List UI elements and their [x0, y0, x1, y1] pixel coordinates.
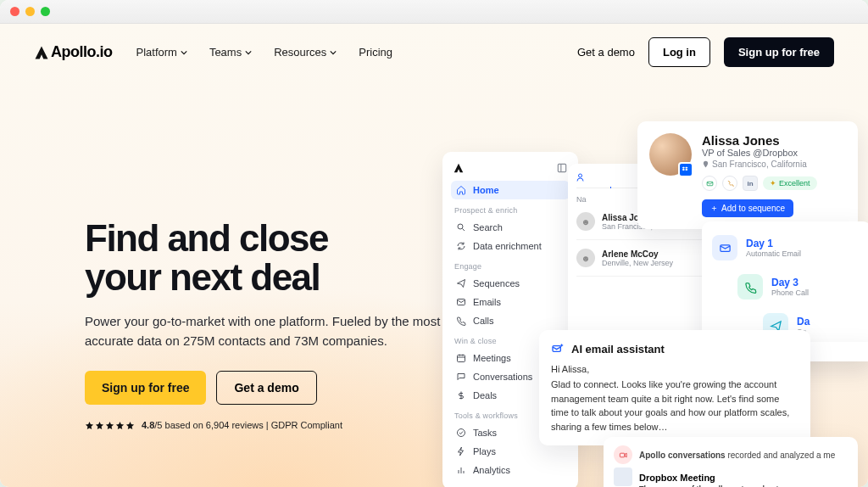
- seq-day-label: Day 3: [771, 277, 809, 288]
- top-nav: Apollo.io Platform Teams Resources Prici…: [0, 24, 868, 67]
- chevron-down-icon: [330, 49, 337, 56]
- nav-get-demo[interactable]: Get a demo: [577, 46, 635, 59]
- hero-subtext: Power your go-to-market with one platfor…: [85, 312, 441, 350]
- seq-day-label: Da: [797, 316, 810, 327]
- chat-icon: [456, 372, 466, 382]
- hero-demo-button[interactable]: Get a demo: [216, 371, 316, 405]
- hero-headline: Find and close your next deal: [85, 219, 441, 297]
- nav-teams[interactable]: Teams: [209, 46, 252, 59]
- svg-point-2: [458, 224, 463, 229]
- search-icon: [456, 222, 466, 232]
- ai-body-text: Glad to connect. Looks like you're growi…: [551, 378, 798, 434]
- hero-h1-line2: your next deal: [85, 256, 320, 298]
- calendar-icon: [456, 353, 466, 363]
- people-icon[interactable]: [576, 172, 587, 182]
- ai-salutation: Hi Alissa,: [551, 364, 798, 374]
- seq-type-label: Phone Call: [771, 288, 809, 297]
- conversations-card: Apollo conversations recorded and analyz…: [604, 437, 858, 487]
- avatar: ☻: [576, 212, 595, 231]
- sidebar-item-calls[interactable]: Calls: [451, 311, 570, 330]
- sidebar-group-prospect: Prospect & enrich: [454, 206, 570, 215]
- brand-logo[interactable]: Apollo.io: [34, 43, 112, 61]
- sidebar-header: [451, 162, 570, 181]
- sidebar-plays-label: Plays: [473, 446, 496, 456]
- profile-avatar: [649, 133, 692, 176]
- maximize-window-dot[interactable]: [41, 7, 50, 16]
- contact-row[interactable]: ☻ Arlene McCoyDenville, New Jersey: [576, 240, 712, 277]
- sequence-step[interactable]: Day 1Automatic Email: [702, 228, 868, 267]
- sidebar-calls-label: Calls: [473, 316, 493, 326]
- svg-rect-0: [558, 164, 565, 171]
- login-button[interactable]: Log in: [648, 37, 710, 67]
- hero-ctas: Sign up for free Get a demo: [85, 371, 441, 405]
- close-window-dot[interactable]: [10, 7, 19, 16]
- sidebar-meetings-label: Meetings: [473, 353, 511, 363]
- sidebar-item-enrichment[interactable]: Data enrichment: [451, 237, 570, 255]
- bolt-icon: [456, 446, 466, 456]
- sidebar-item-home[interactable]: Home: [451, 181, 570, 199]
- sidebar-item-analytics[interactable]: Analytics: [451, 461, 570, 479]
- svg-point-14: [579, 174, 582, 177]
- collapse-icon[interactable]: [556, 162, 568, 174]
- star-rating: [85, 421, 135, 430]
- phone-icon: [456, 316, 466, 326]
- email-verify-icon[interactable]: [702, 176, 717, 191]
- home-icon: [456, 185, 466, 195]
- sidebar-tasks-label: Tasks: [473, 428, 497, 438]
- linkedin-icon[interactable]: in: [743, 176, 758, 191]
- hero-signup-button[interactable]: Sign up for free: [85, 371, 206, 405]
- macos-titlebar: [0, 0, 868, 24]
- sequence-step[interactable]: Day 3Phone Call: [727, 267, 868, 306]
- sparkle-mail-icon: [551, 342, 565, 355]
- profile-action-icons: in ✦Excellent: [702, 176, 817, 191]
- ai-title: AI email assistant: [571, 343, 665, 355]
- nav-teams-label: Teams: [209, 46, 242, 59]
- sidebar-item-sequences[interactable]: Sequences: [451, 274, 570, 293]
- svg-line-3: [463, 229, 465, 232]
- ai-card-header: AI email assistant: [551, 342, 798, 355]
- hero: Find and close your next deal Power your…: [85, 219, 441, 430]
- contact-location: Denville, New Jersey: [602, 259, 673, 267]
- refresh-icon: [456, 241, 466, 251]
- meeting-thumbnail: [614, 467, 632, 486]
- star-icon: [95, 421, 104, 430]
- profile-title: VP of Sales @Dropbox: [702, 148, 817, 158]
- product-preview-cluster: Home Prospect & enrich Search Data enric…: [442, 121, 849, 487]
- seq-day-label: Day 1: [746, 238, 801, 249]
- page: Apollo.io Platform Teams Resources Prici…: [0, 24, 868, 487]
- nav-pricing[interactable]: Pricing: [359, 46, 392, 59]
- nav-platform[interactable]: Platform: [136, 46, 186, 59]
- conv-lead: Apollo conversations recorded and analyz…: [639, 451, 835, 460]
- sidebar-enrich-label: Data enrichment: [473, 241, 542, 251]
- contact-name: Arlene McCoy: [602, 249, 673, 259]
- dropbox-badge-icon: [678, 162, 693, 177]
- sidebar-item-search[interactable]: Search: [451, 218, 570, 237]
- nav-pricing-label: Pricing: [359, 46, 392, 59]
- sidebar-conv-label: Conversations: [473, 372, 532, 382]
- sidebar-item-emails[interactable]: Emails: [451, 293, 570, 311]
- svg-point-10: [458, 429, 465, 437]
- signup-button[interactable]: Sign up for free: [724, 37, 834, 67]
- nav-resources-label: Resources: [274, 46, 326, 59]
- sidebar-group-engage: Engage: [454, 262, 570, 271]
- sidebar-seq-label: Sequences: [473, 278, 520, 288]
- phone-verify-icon[interactable]: [722, 176, 737, 191]
- send-icon: [456, 278, 466, 288]
- profile-name: Alissa Jones: [702, 133, 817, 148]
- quality-chip: ✦Excellent: [763, 176, 817, 190]
- add-to-sequence-button[interactable]: Add to sequence: [702, 199, 793, 217]
- seq-type-label: Automatic Email: [746, 249, 801, 258]
- mail-icon: [712, 235, 737, 260]
- chevron-down-icon: [181, 49, 187, 56]
- phone-icon: [737, 274, 763, 299]
- profile-card: Alissa Jones VP of Sales @Dropbox San Fr…: [637, 121, 858, 229]
- minimize-window-dot[interactable]: [25, 7, 35, 16]
- video-icon: [614, 445, 632, 464]
- check-circle-icon: [456, 428, 466, 438]
- star-icon: [125, 421, 135, 430]
- conv-header: Apollo conversations recorded and analyz…: [614, 445, 848, 464]
- dollar-icon: [456, 390, 466, 400]
- sidebar-analytics-label: Analytics: [473, 465, 510, 475]
- nav-resources[interactable]: Resources: [274, 46, 337, 59]
- bar-chart-icon: [456, 465, 466, 475]
